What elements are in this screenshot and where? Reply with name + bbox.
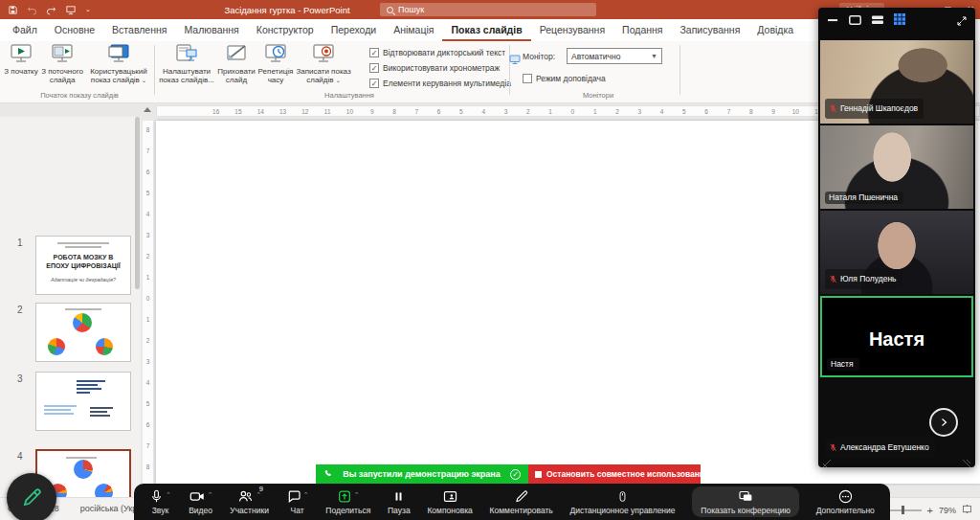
participant-name: Юля Полудень — [840, 274, 897, 283]
resize-grip-icon[interactable] — [962, 455, 971, 464]
panel-header — [818, 8, 975, 33]
ruler-mark: 8 — [143, 463, 153, 484]
ruler-mark: 7 — [143, 147, 153, 169]
ribbon-tab[interactable]: Подання — [613, 19, 671, 41]
zoom-in-button[interactable]: + — [927, 505, 933, 516]
ruler-mark: 2 — [143, 337, 153, 358]
collapse-ruler-icon[interactable] — [144, 107, 151, 112]
chevron-up-icon: ⌃ — [166, 491, 171, 499]
thumbnail-scrollbar[interactable] — [135, 117, 140, 289]
ruler-mark: 3 — [629, 106, 651, 116]
redo-icon[interactable] — [46, 5, 56, 15]
checkbox-icon: ✓ — [369, 48, 379, 57]
from-beginning-button[interactable]: З початку — [2, 44, 40, 95]
chevron-up-icon: ⌃ — [303, 491, 309, 499]
toolbar-button[interactable]: Пауза — [388, 488, 411, 515]
ruler-mark: 4 — [143, 379, 153, 400]
toolbar-button[interactable]: Компоновка — [427, 488, 472, 515]
expand-panel-icon[interactable] — [956, 13, 968, 31]
chevron-up-icon: ⌃ — [354, 491, 360, 499]
toolbar-button[interactable]: Показать конференцию — [692, 486, 799, 517]
slide-number: 2 — [17, 305, 23, 315]
zoom-slider[interactable] — [889, 509, 922, 511]
search-placeholder: Пошук — [398, 5, 424, 14]
toolbar-button[interactable]: ⌃ Видео — [189, 488, 213, 515]
hide-slide-button[interactable]: Приховати слайд — [217, 44, 256, 95]
participant-tile[interactable]: Геннадій Шкапоєдов — [820, 40, 973, 124]
ribbon-tab[interactable]: Рецензування — [531, 19, 613, 41]
ribbon-checkbox[interactable]: ✓ Елементи керування мультимедіа — [369, 79, 511, 88]
participant-tile[interactable]: Настя Настя — [820, 296, 973, 377]
rehearse-timings-button[interactable]: Репетиція часу — [257, 44, 294, 95]
ruler-mark: 5 — [450, 106, 472, 116]
toolbar-icon — [189, 488, 206, 509]
toolbar-button[interactable]: ⌃ Поделиться — [325, 488, 370, 515]
ruler-mark: 2 — [143, 253, 153, 274]
ribbon-tab[interactable]: Основне — [46, 19, 103, 41]
ribbon-checkbox[interactable]: ✓ Відтворювати дикторський текст — [369, 48, 505, 57]
present-icon[interactable] — [65, 5, 77, 15]
ribbon-checkbox[interactable]: ✓ Використовувати хронометраж — [369, 63, 500, 73]
ruler-mark: 8 — [740, 106, 762, 116]
toolbar-button[interactable]: 9 ⌃ Участники — [230, 488, 269, 515]
minimize-panel-icon[interactable] — [828, 11, 838, 29]
check-icon: ✓ — [510, 469, 521, 480]
participant-name-tag: Александра Евтушенко — [825, 438, 935, 459]
toolbar-button[interactable]: Дополнительно — [816, 488, 875, 515]
ribbon-separator — [154, 45, 155, 95]
slide-number: 4 — [17, 451, 23, 462]
pie-percent-label: 54,1% — [368, 404, 387, 411]
screenshare-message: Вы запустили демонстрацию экрана — [339, 469, 504, 479]
toolbar-icon — [616, 488, 629, 509]
participant-tile[interactable]: Наталя Пшенична — [820, 125, 973, 209]
undo-icon[interactable] — [27, 5, 37, 15]
participant-name-tag: Настя — [827, 358, 859, 372]
save-icon[interactable] — [8, 5, 18, 15]
monitor-dropdown[interactable]: Автоматично ▼ — [567, 48, 662, 64]
qat-chevron-icon[interactable]: ⌄ — [85, 6, 91, 13]
toolbar-button[interactable]: ⌃ Чат — [286, 488, 309, 515]
record-slideshow-button[interactable]: Записати показ слайдів ⌄ — [296, 44, 351, 95]
ribbon-tab[interactable]: Малювання — [175, 19, 247, 41]
participant-name-tag: Наталя Пшенична — [825, 192, 903, 205]
toolbar-button[interactable]: Дистанционное управление — [570, 488, 676, 515]
ruler-mark: 6 — [143, 421, 153, 442]
slide-thumbnail[interactable] — [35, 303, 131, 362]
ribbon-tab[interactable]: Показ слайдів — [442, 19, 530, 41]
ribbon-tab[interactable]: Записування — [672, 19, 749, 41]
annotate-pencil-button[interactable] — [7, 473, 56, 520]
ribbon-tab[interactable]: Переходи — [323, 19, 386, 41]
slide-thumbnail[interactable] — [35, 372, 131, 431]
monitor-label: Монітор: — [523, 52, 555, 61]
zoom-percentage[interactable]: 79% — [939, 506, 956, 515]
custom-slideshow-button[interactable]: Користувацький показ слайдів ⌄ — [86, 44, 151, 95]
participant-name-tag: Юля Полудень — [825, 269, 902, 290]
speaker-view-icon[interactable] — [849, 11, 861, 29]
ruler-mark: 6 — [696, 106, 718, 116]
search-input[interactable]: Пошук — [380, 3, 596, 16]
setup-slideshow-button[interactable]: Налаштувати показ слайдів... — [158, 44, 215, 95]
ruler-mark: 9 — [361, 106, 383, 116]
ribbon-tab[interactable]: Довідка — [748, 19, 802, 41]
gallery-view-icon[interactable] — [894, 11, 905, 29]
next-participants-button[interactable] — [929, 408, 958, 437]
ribbon-tab[interactable]: Вставлення — [103, 19, 175, 41]
stop-share-button[interactable]: Остановить совместное использование — [528, 464, 701, 484]
resize-grip-icon[interactable] — [822, 455, 832, 464]
from-current-slide-button[interactable]: З поточного слайда — [40, 44, 84, 95]
pie-percent-label: 69,7% — [530, 267, 549, 274]
participant-tile[interactable]: Юля Полудень — [820, 211, 973, 294]
ruler-mark: 16 — [205, 106, 227, 116]
toolbar-icon — [286, 488, 301, 509]
toolbar-button[interactable]: Комментировать — [490, 488, 553, 515]
slide-thumbnail[interactable]: РОБОТА МОЗКУ В ЕПОХУ ЦИФРОВІЗАЦІЇ Адапта… — [35, 236, 131, 295]
ribbon-separator — [679, 45, 680, 95]
toolbar-button[interactable]: ⌃ Звук — [149, 488, 171, 515]
fit-slide-icon[interactable] — [962, 504, 972, 516]
ribbon-tab[interactable]: Анімація — [385, 19, 442, 41]
ribbon-tab[interactable]: Конструктор — [248, 19, 323, 41]
presenter-view-checkbox[interactable]: Режим доповідача — [523, 74, 606, 83]
ribbon-tab[interactable]: Файл — [4, 19, 46, 41]
list-view-icon[interactable] — [872, 11, 883, 29]
ruler-mark: 9 — [762, 106, 784, 116]
